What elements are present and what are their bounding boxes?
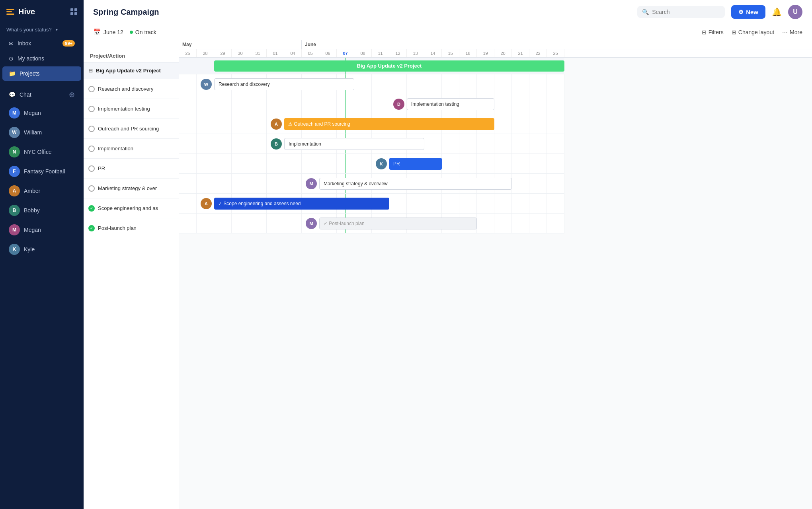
- my-actions-label: My actions: [18, 55, 44, 62]
- filters-label: Filters: [709, 29, 724, 35]
- gantt-bar-impl[interactable]: Implementation: [284, 138, 424, 150]
- gantt-timeline[interactable]: MayJune252829303101040506070811121314151…: [179, 40, 812, 509]
- task-avatar-research: W: [201, 79, 212, 90]
- status-bar[interactable]: What's your status? ▾: [0, 23, 84, 36]
- chat-icon: 💬: [9, 91, 16, 98]
- main-content: Spring Campaign 🔍 ⊕ New 🔔 U 📅 June 12 On…: [84, 0, 812, 509]
- filters-action[interactable]: ⊟ Filters: [702, 29, 724, 35]
- gantt-bar-pr[interactable]: PR: [389, 158, 442, 170]
- task-bar-rows: WResearch and discoveryDImplementation t…: [179, 74, 812, 233]
- topbar: Spring Campaign 🔍 ⊕ New 🔔 U: [84, 0, 812, 24]
- task-avatar-marketing: M: [306, 178, 317, 189]
- william-label: William: [24, 129, 42, 136]
- kyle-avatar: K: [9, 244, 20, 255]
- task-label-scope: ✓Scope engineering and as: [84, 198, 179, 218]
- task-label-text-scope: Scope engineering and as: [98, 205, 158, 211]
- status-indicator: On track: [130, 29, 156, 35]
- user-avatar[interactable]: U: [788, 5, 802, 19]
- task-label-impl-test: Implementation testing: [84, 99, 179, 119]
- inbox-icon: ✉: [9, 40, 14, 47]
- megan2-label: Megan: [24, 227, 41, 233]
- sidebar-item-my-actions[interactable]: ⊙ My actions: [2, 51, 81, 66]
- change-layout-action[interactable]: ⊞ Change layout: [732, 29, 774, 35]
- task-label-text-pr: PR: [98, 165, 105, 171]
- gantt-bar-scope[interactable]: ✓ Scope engineering and assess need: [214, 198, 389, 210]
- task-label-text-impl: Implementation: [98, 146, 133, 152]
- task-check-impl-test: [88, 106, 95, 112]
- fantasy-football-avatar: F: [9, 166, 20, 177]
- task-check-scope: ✓: [88, 205, 95, 212]
- sidebar-item-nyc-office[interactable]: N NYC Office: [2, 142, 81, 161]
- bell-icon[interactable]: 🔔: [772, 7, 782, 17]
- change-layout-label: Change layout: [738, 29, 774, 35]
- task-avatar-impl: B: [271, 138, 282, 150]
- task-bar-row-research: WResearch and discovery: [179, 74, 564, 94]
- task-avatar-outreach: A: [271, 119, 282, 130]
- megan-label: Megan: [24, 110, 41, 116]
- gantt-bar-postlaunch[interactable]: ✓ Post-launch plan: [319, 218, 477, 229]
- new-button[interactable]: ⊕ New: [731, 5, 765, 19]
- task-label-text-outreach: Outreach and PR sourcing: [98, 126, 159, 132]
- megan-avatar: M: [9, 107, 20, 119]
- nyc-office-avatar: N: [9, 146, 20, 157]
- my-actions-icon: ⊙: [9, 55, 14, 62]
- projects-folder-icon: 📁: [9, 70, 16, 77]
- task-label-impl: Implementation: [84, 139, 179, 159]
- sidebar-item-fantasy-football[interactable]: F Fantasy Football: [2, 162, 81, 181]
- inbox-label: Inbox: [18, 40, 31, 47]
- sidebar-item-projects[interactable]: 📁 Projects: [2, 66, 81, 81]
- search-input[interactable]: [652, 9, 720, 15]
- sidebar-item-william[interactable]: W William: [2, 123, 81, 142]
- projects-label: Projects: [20, 70, 40, 77]
- task-check-impl: [88, 146, 95, 152]
- task-avatar-scope: A: [201, 198, 212, 209]
- task-bar-row-outreach: A⚠ Outreach and PR sourcing: [179, 114, 564, 134]
- sidebar-item-bobby[interactable]: B Bobby: [2, 201, 81, 220]
- search-box[interactable]: 🔍: [637, 6, 725, 18]
- nyc-office-label: NYC Office: [24, 149, 52, 155]
- search-icon: 🔍: [642, 9, 649, 15]
- sidebar-item-megan2[interactable]: M Megan: [2, 220, 81, 239]
- date-badge: 📅 June 12: [93, 28, 123, 36]
- fantasy-football-label: Fantasy Football: [24, 168, 65, 175]
- status-label: What's your status?: [6, 27, 52, 33]
- task-label-text-postlaunch: Post-launch plan: [98, 225, 137, 231]
- task-check-marketing: [88, 185, 95, 192]
- project-gantt-bar[interactable]: Big App Update v2 Project: [214, 60, 564, 72]
- page-title: Spring Campaign: [93, 8, 631, 17]
- gantt-bar-impl-test[interactable]: Implementation testing: [407, 98, 494, 110]
- task-bar-row-impl: BImplementation: [179, 134, 564, 154]
- sidebar-item-megan[interactable]: M Megan: [2, 103, 81, 122]
- plus-icon: ⊕: [738, 8, 744, 16]
- chat-add-icon[interactable]: ⊕: [69, 90, 75, 99]
- more-icon: ⋯: [782, 29, 788, 35]
- task-label-text-impl-test: Implementation testing: [98, 106, 150, 112]
- task-bar-row-marketing: MMarketing strategy & overview: [179, 174, 564, 194]
- task-label-research: Research and discovery: [84, 79, 179, 99]
- gantt-bar-research[interactable]: Research and discovery: [214, 78, 354, 90]
- sidebar-item-kyle[interactable]: K Kyle: [2, 240, 81, 259]
- chat-label: Chat: [20, 91, 31, 98]
- task-labels: Research and discoveryImplementation tes…: [84, 79, 179, 238]
- subheader: 📅 June 12 On track ⊟ Filters ⊞ Change la…: [84, 24, 812, 40]
- green-dot-icon: [130, 31, 133, 34]
- task-avatar-impl-test: D: [393, 99, 404, 110]
- gantt-bar-outreach[interactable]: ⚠ Outreach and PR sourcing: [284, 118, 494, 130]
- hive-logo-icon: [6, 9, 14, 15]
- logo-text: Hive: [18, 7, 35, 16]
- calendar-icon: 📅: [93, 28, 101, 36]
- inbox-badge: 99+: [62, 40, 75, 47]
- new-button-label: New: [746, 9, 758, 16]
- william-avatar: W: [9, 127, 20, 138]
- gantt-bar-marketing[interactable]: Marketing strategy & overview: [319, 178, 512, 190]
- grid-icon[interactable]: [70, 8, 77, 15]
- task-bar-row-postlaunch: M✓ Post-launch plan: [179, 214, 564, 233]
- task-label-pr: PR: [84, 159, 179, 179]
- project-name: Big App Update v2 Project: [96, 68, 161, 74]
- sidebar-item-amber[interactable]: A Amber: [2, 181, 81, 200]
- sidebar-item-chat[interactable]: 💬 Chat ⊕: [2, 86, 81, 103]
- more-action[interactable]: ⋯ More: [782, 29, 802, 35]
- sidebar-item-inbox[interactable]: ✉ Inbox 99+: [2, 36, 81, 51]
- task-check-research: [88, 86, 95, 92]
- project-label-row: ⊟ Big App Update v2 Project: [84, 62, 179, 79]
